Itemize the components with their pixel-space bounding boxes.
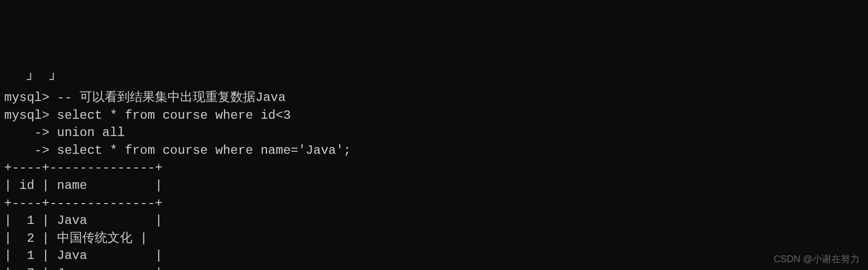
terminal-output: ┘ ┘mysql> -- 可以看到结果集中出现重复数据Javamysql> se… <box>4 71 864 270</box>
table-header: | id | name | <box>4 177 864 195</box>
table-row: | 2 | 中国传统文化 | <box>4 230 864 248</box>
terminal-line: mysql> -- 可以看到结果集中出现重复数据Java <box>4 89 864 107</box>
table-border: +----+--------------+ <box>4 195 864 212</box>
watermark: CSDN @小谢在努力 <box>774 253 860 266</box>
terminal-line-partial: ┘ ┘ <box>4 71 864 89</box>
terminal-line: -> union all <box>4 124 864 142</box>
table-row: | 1 | Java | <box>4 212 864 230</box>
terminal-line: -> select * from course where name='Java… <box>4 142 864 160</box>
table-border: +----+--------------+ <box>4 159 864 177</box>
table-row: | 7 | Java | <box>4 265 864 270</box>
table-row: | 1 | Java | <box>4 247 864 265</box>
terminal-line: mysql> select * from course where id<3 <box>4 107 864 125</box>
